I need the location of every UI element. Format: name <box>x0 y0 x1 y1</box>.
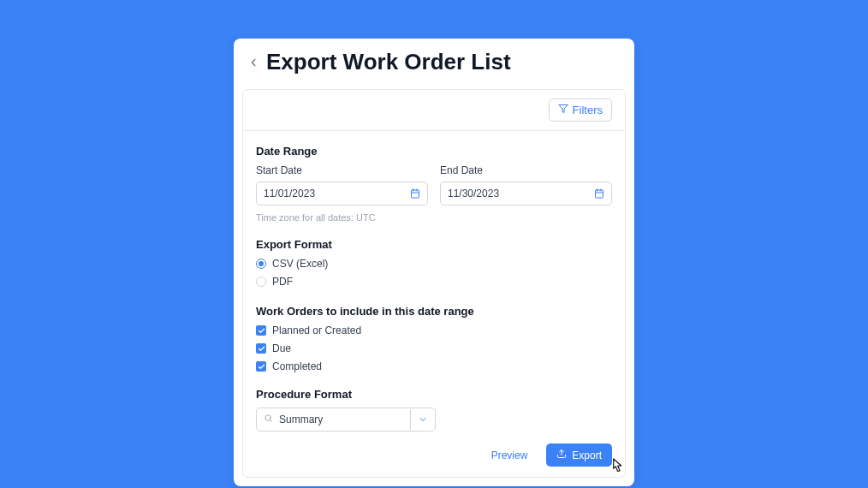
planned-check-label: Planned or Created <box>272 324 361 336</box>
completed-check-label: Completed <box>272 360 322 372</box>
planned-check-row[interactable]: Planned or Created <box>256 324 612 336</box>
csv-radio-row[interactable]: CSV (Excel) <box>256 258 612 270</box>
timezone-helper: Time zone for all dates: UTC <box>256 212 612 223</box>
date-row: Start Date 11/01/2023 End Date 11/30/202… <box>256 164 612 205</box>
svg-marker-0 <box>559 105 568 113</box>
procedure-heading: Procedure Format <box>256 388 612 401</box>
content-card: Filters Date Range Start Date 11/01/2023… <box>242 89 626 478</box>
start-date-value: 11/01/2023 <box>264 187 410 199</box>
cursor-pointer-icon <box>605 455 627 480</box>
svg-rect-1 <box>412 190 419 198</box>
content-body: Date Range Start Date 11/01/2023 End Dat… <box>243 131 625 477</box>
calendar-icon <box>410 188 420 199</box>
date-range-heading: Date Range <box>256 145 612 158</box>
filters-label: Filters <box>573 104 603 116</box>
work-orders-section: Work Orders to include in this date rang… <box>256 305 612 372</box>
radio-icon <box>256 277 266 287</box>
export-format-heading: Export Format <box>256 238 612 251</box>
end-date-group: End Date 11/30/2023 <box>440 164 612 205</box>
svg-point-9 <box>265 415 271 420</box>
page-title: Export Work Order List <box>266 49 511 75</box>
svg-rect-5 <box>596 190 603 198</box>
start-date-input[interactable]: 11/01/2023 <box>256 182 428 205</box>
chevron-left-icon[interactable] <box>247 56 259 69</box>
start-date-label: Start Date <box>256 164 428 176</box>
end-date-value: 11/30/2023 <box>448 187 594 199</box>
export-icon <box>556 449 567 461</box>
checkbox-icon <box>256 361 266 372</box>
chevron-down-icon <box>410 409 435 430</box>
due-check-row[interactable]: Due <box>256 342 612 354</box>
export-button[interactable]: Export <box>546 443 612 467</box>
preview-label: Preview <box>491 449 528 461</box>
svg-line-10 <box>271 420 272 422</box>
checkbox-icon <box>256 343 266 354</box>
procedure-select[interactable]: Summary <box>256 408 436 431</box>
export-modal: Export Work Order List Filters Date Rang… <box>234 39 634 486</box>
footer-actions: Preview Export <box>256 443 612 467</box>
start-date-group: Start Date 11/01/2023 <box>256 164 428 205</box>
calendar-icon <box>594 188 604 199</box>
select-main: Summary <box>257 408 410 431</box>
pdf-radio-row[interactable]: PDF <box>256 276 612 288</box>
export-label: Export <box>572 449 602 461</box>
export-format-section: Export Format CSV (Excel) PDF <box>256 238 612 288</box>
checkbox-icon <box>256 325 266 336</box>
filters-row: Filters <box>243 90 625 131</box>
radio-icon <box>256 259 266 269</box>
filter-icon <box>558 104 568 116</box>
modal-header: Export Work Order List <box>234 39 634 84</box>
preview-button[interactable]: Preview <box>481 444 538 467</box>
end-date-input[interactable]: 11/30/2023 <box>440 182 612 205</box>
completed-check-row[interactable]: Completed <box>256 360 612 372</box>
select-value: Summary <box>279 414 323 426</box>
work-orders-heading: Work Orders to include in this date rang… <box>256 305 612 318</box>
pdf-radio-label: PDF <box>272 276 293 288</box>
filters-button[interactable]: Filters <box>549 98 612 122</box>
end-date-label: End Date <box>440 164 612 176</box>
search-icon <box>264 414 273 426</box>
csv-radio-label: CSV (Excel) <box>272 258 328 270</box>
procedure-section: Procedure Format Summary <box>256 388 612 431</box>
due-check-label: Due <box>272 342 291 354</box>
